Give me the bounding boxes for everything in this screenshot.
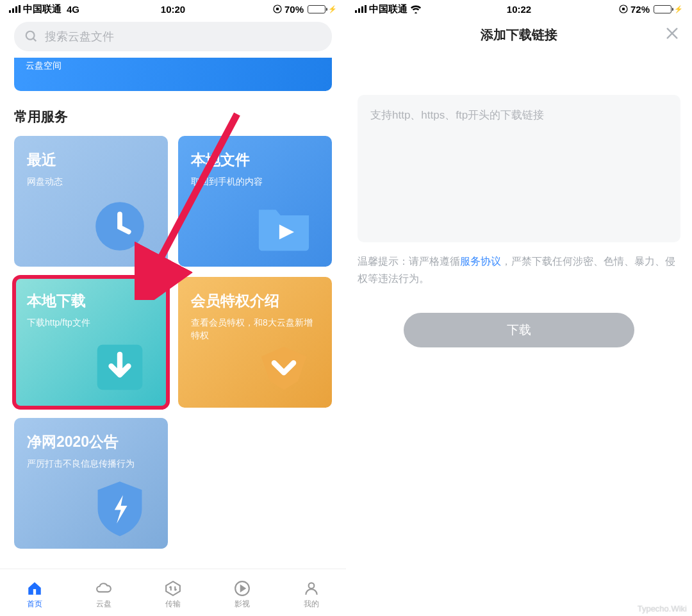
svg-line-7 bbox=[33, 38, 37, 42]
charging-icon: ⚡ bbox=[328, 5, 337, 13]
svg-rect-19 bbox=[622, 8, 625, 10]
download-button-label: 下载 bbox=[507, 322, 531, 338]
card-local-files-title: 本地文件 bbox=[191, 150, 319, 170]
nav-me-label: 我的 bbox=[304, 599, 319, 610]
play-circle-icon bbox=[233, 580, 252, 597]
card-recent-sub: 网盘动态 bbox=[27, 175, 155, 188]
card-local-files-sub: 取回到手机的内容 bbox=[191, 175, 319, 188]
play-folder-icon bbox=[255, 197, 313, 255]
cloud-icon bbox=[94, 580, 113, 597]
battery-icon bbox=[654, 5, 671, 13]
phone-left-screen: 中国联通 4G 10:20 70% ⚡ 搜索云盘文件 云盘空间 常用服务 最 bbox=[0, 0, 346, 616]
svg-rect-3 bbox=[19, 5, 21, 13]
nav-home-label: 首页 bbox=[27, 599, 42, 610]
battery-percent: 72% bbox=[630, 4, 650, 15]
modal-header: 添加下载链接 bbox=[346, 17, 692, 53]
svg-rect-15 bbox=[358, 8, 360, 13]
card-notice-title: 净网2020公告 bbox=[27, 432, 155, 452]
download-button[interactable]: 下载 bbox=[404, 313, 634, 347]
card-clean-net-notice[interactable]: 净网2020公告 严厉打击不良信息传播行为 bbox=[14, 418, 168, 549]
svg-rect-5 bbox=[276, 8, 279, 10]
close-icon[interactable] bbox=[665, 24, 679, 45]
svg-point-13 bbox=[309, 583, 315, 588]
transfer-icon bbox=[163, 580, 183, 597]
status-bar-right: 中国联通 10:22 72% ⚡ bbox=[346, 0, 692, 17]
rotation-lock-icon bbox=[619, 4, 628, 13]
card-local-files[interactable]: 本地文件 取回到手机的内容 bbox=[178, 136, 332, 267]
download-icon bbox=[91, 338, 149, 396]
clock-icon bbox=[91, 197, 149, 255]
chevron-down-shield-icon bbox=[255, 338, 313, 396]
svg-rect-16 bbox=[361, 6, 363, 13]
nav-cloud[interactable]: 云盘 bbox=[94, 580, 113, 610]
svg-point-6 bbox=[26, 31, 35, 40]
svg-rect-11 bbox=[33, 589, 36, 595]
card-recent-title: 最近 bbox=[27, 150, 155, 170]
svg-rect-0 bbox=[9, 10, 11, 13]
battery-percent: 70% bbox=[284, 4, 304, 15]
person-icon bbox=[302, 580, 321, 597]
tip-text: 温馨提示：请严格遵循服务协议，严禁下载任何涉密、色情、暴力、侵权等违法行为。 bbox=[358, 253, 680, 287]
search-input[interactable]: 搜索云盘文件 bbox=[14, 22, 332, 51]
search-icon bbox=[24, 29, 38, 44]
card-recent[interactable]: 最近 网盘动态 bbox=[14, 136, 168, 267]
card-vip-title: 会员特权介绍 bbox=[191, 291, 319, 311]
signal-icon bbox=[9, 5, 21, 13]
watermark: Typecho.Wiki bbox=[638, 604, 687, 613]
card-local-download-title: 本地下载 bbox=[27, 291, 155, 311]
nav-video[interactable]: 影视 bbox=[233, 580, 252, 610]
svg-rect-1 bbox=[12, 8, 14, 13]
status-time: 10:20 bbox=[161, 4, 185, 15]
card-vip[interactable]: 会员特权介绍 查看会员特权，和8大云盘新增特权 bbox=[178, 277, 332, 408]
modal-title: 添加下载链接 bbox=[481, 26, 557, 44]
nav-home[interactable]: 首页 bbox=[25, 580, 44, 610]
download-link-input[interactable]: 支持http、https、ftp开头的下载链接 bbox=[358, 95, 680, 242]
search-placeholder: 搜索云盘文件 bbox=[45, 29, 114, 44]
carrier-label: 中国联通 bbox=[369, 3, 408, 15]
download-link-placeholder: 支持http、https、ftp开头的下载链接 bbox=[370, 109, 544, 121]
carrier-label: 中国联通 bbox=[23, 3, 62, 15]
card-notice-sub: 严厉打击不良信息传播行为 bbox=[27, 457, 155, 470]
tip-prefix: 温馨提示：请严格遵循 bbox=[358, 256, 460, 267]
network-label: 4G bbox=[67, 4, 79, 15]
wifi-icon bbox=[410, 5, 422, 13]
nav-me[interactable]: 我的 bbox=[302, 580, 321, 610]
cloud-space-banner[interactable]: 云盘空间 bbox=[14, 58, 332, 91]
nav-cloud-label: 云盘 bbox=[96, 599, 111, 610]
nav-transfer-label: 传输 bbox=[165, 599, 181, 610]
cloud-space-label: 云盘空间 bbox=[26, 60, 62, 72]
section-title-services: 常用服务 bbox=[14, 108, 332, 126]
status-time: 10:22 bbox=[507, 4, 531, 15]
home-icon bbox=[25, 580, 44, 597]
signal-icon bbox=[355, 5, 367, 13]
service-agreement-link[interactable]: 服务协议 bbox=[460, 256, 501, 267]
svg-rect-14 bbox=[355, 10, 357, 13]
svg-rect-2 bbox=[15, 6, 17, 13]
card-local-download-sub: 下载http/ftp文件 bbox=[27, 316, 155, 329]
battery-icon bbox=[308, 5, 325, 13]
status-bar: 中国联通 4G 10:20 70% ⚡ bbox=[0, 0, 346, 17]
charging-icon: ⚡ bbox=[674, 5, 683, 13]
phone-right-screen: 中国联通 10:22 72% ⚡ 添加下载链接 支持http、https、ftp… bbox=[346, 0, 692, 616]
nav-video-label: 影视 bbox=[235, 599, 250, 610]
card-local-download[interactable]: 本地下载 下载http/ftp文件 bbox=[14, 277, 168, 408]
bottom-nav: 首页 云盘 传输 影视 我的 bbox=[0, 569, 346, 616]
nav-transfer[interactable]: 传输 bbox=[163, 580, 183, 610]
shield-bolt-icon bbox=[91, 479, 149, 537]
rotation-lock-icon bbox=[273, 4, 282, 13]
svg-rect-17 bbox=[365, 5, 367, 13]
service-cards-grid: 最近 网盘动态 本地文件 取回到手机的内容 本地下载 下载http/ftp文件 bbox=[14, 136, 332, 549]
